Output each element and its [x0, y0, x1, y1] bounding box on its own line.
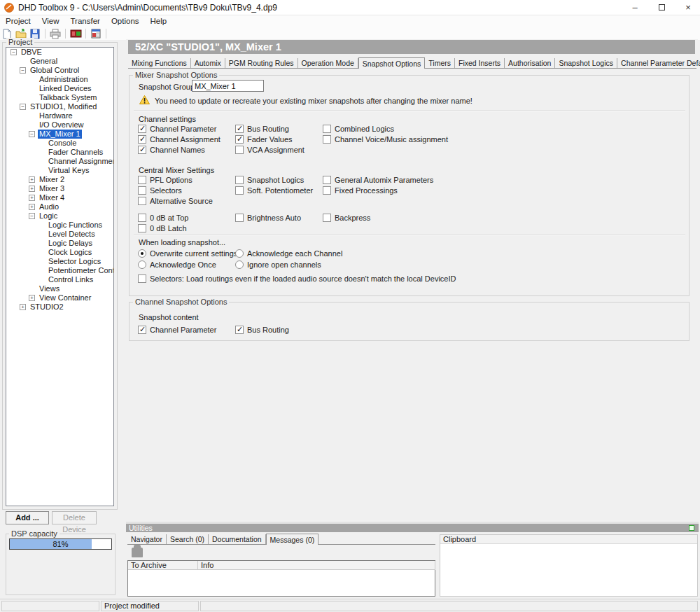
tree-item-dbve[interactable]: −DBVE [6, 48, 113, 57]
collapse-icon[interactable]: − [29, 213, 35, 219]
checkbox-checked-icon[interactable] [235, 135, 244, 144]
checkbox-icon[interactable] [235, 176, 244, 184]
checkbox-icon[interactable] [323, 186, 331, 195]
collapse-icon[interactable]: − [20, 67, 26, 74]
tree-item-label: Fader Channels [47, 148, 104, 157]
expand-icon[interactable]: + [20, 304, 26, 310]
checkbox-icon[interactable] [138, 197, 146, 205]
utilities-tab-messages-0[interactable]: Messages (0) [266, 534, 319, 545]
collapse-icon[interactable]: − [29, 131, 35, 137]
checkbox-checked-icon[interactable] [138, 326, 146, 334]
tree-item-mixer-2[interactable]: +Mixer 2 [6, 175, 113, 184]
column-header-to-archive[interactable]: To Archive [128, 561, 198, 570]
transfer-icon[interactable] [69, 28, 83, 40]
tree-item-studio1-modified[interactable]: −STUDIO1, Modified [6, 102, 113, 111]
tree-item-channel-assignment[interactable]: Channel Assignment [6, 157, 113, 166]
checkbox-checked-icon[interactable] [235, 125, 244, 133]
radio-selected-icon[interactable] [138, 249, 146, 258]
minimize-button[interactable]: – [623, 0, 647, 15]
tab-pgm-routing-rules[interactable]: PGM Routing Rules [225, 58, 298, 68]
expand-icon[interactable]: + [29, 204, 35, 210]
radio-icon[interactable] [235, 249, 244, 258]
archive-icon[interactable] [132, 548, 143, 557]
column-header-info[interactable]: Info [198, 561, 435, 570]
checkbox-checked-icon[interactable] [138, 125, 146, 133]
checkbox-icon[interactable] [323, 214, 331, 222]
menu-help[interactable]: Help [145, 15, 173, 25]
checkbox-icon[interactable] [235, 186, 244, 195]
checkbox-icon[interactable] [138, 176, 146, 184]
tree-item-mixer-3[interactable]: +Mixer 3 [6, 184, 113, 193]
tree-item-console[interactable]: Console [6, 139, 113, 148]
utilities-panel: NavigatorSearch (0)DocumentationMessages… [126, 532, 438, 599]
tab-mixing-functions[interactable]: Mixing Functions [128, 58, 191, 68]
checkbox-icon[interactable] [323, 125, 331, 133]
expand-icon[interactable]: + [29, 295, 35, 301]
checkbox-checked-icon[interactable] [138, 135, 146, 144]
checkbox-icon[interactable] [323, 176, 331, 184]
expand-icon[interactable]: + [29, 195, 35, 201]
tree-item-fader-channels[interactable]: Fader Channels [6, 148, 113, 157]
menu-transfer[interactable]: Transfer [65, 15, 106, 25]
tab-timers[interactable]: Timers [425, 58, 455, 68]
checkbox-icon[interactable] [138, 274, 146, 283]
tree-item-general[interactable]: General [6, 57, 113, 66]
tree-item-i-o-overview[interactable]: I/O Overview [6, 120, 113, 130]
expand-icon[interactable]: + [29, 176, 35, 183]
tree-item-virtual-keys[interactable]: Virtual Keys [6, 166, 113, 175]
tree-item-talkback-system[interactable]: Talkback System [6, 93, 113, 102]
menu-options[interactable]: Options [106, 15, 145, 25]
utilities-tab-documentation[interactable]: Documentation [209, 534, 266, 544]
checkbox-checked-icon[interactable] [235, 326, 244, 334]
module-icon[interactable] [89, 28, 103, 40]
tree-item-clock-logics[interactable]: Clock Logics [6, 248, 113, 257]
tree-item-level-detects[interactable]: Level Detects [6, 230, 113, 239]
tree-item-audio[interactable]: +Audio [6, 202, 113, 211]
tree-item-logic-functions[interactable]: Logic Functions [6, 221, 113, 230]
print-icon[interactable] [48, 28, 62, 40]
expand-icon[interactable]: + [29, 186, 35, 192]
tree-item-logic-delays[interactable]: Logic Delays [6, 239, 113, 248]
tree-item-logic[interactable]: −Logic [6, 211, 113, 221]
close-button[interactable]: × [676, 0, 700, 15]
tab-snapshot-logics[interactable]: Snapshot Logics [555, 58, 617, 68]
tab-operation-mode[interactable]: Operation Mode [298, 58, 358, 68]
utilities-tab-search-0[interactable]: Search (0) [167, 534, 209, 544]
tab-snapshot-options[interactable]: Snapshot Options [358, 57, 425, 69]
maximize-button[interactable] [650, 0, 673, 15]
tree-item-studio2[interactable]: +STUDIO2 [6, 302, 113, 312]
tab-authorisation[interactable]: Authorisation [505, 58, 555, 68]
add-device-button[interactable]: Add ... [6, 511, 49, 524]
checkbox-checked-icon[interactable] [138, 146, 146, 154]
radio-icon[interactable] [235, 260, 244, 269]
collapse-icon[interactable]: − [10, 49, 17, 55]
tree-item-hardware[interactable]: Hardware [6, 111, 113, 120]
tab-fixed-inserts[interactable]: Fixed Inserts [455, 58, 505, 68]
checkbox-icon[interactable] [138, 224, 146, 232]
tree-item-global-control[interactable]: −Global Control [6, 66, 113, 75]
tree-item-administration[interactable]: Administration [6, 75, 113, 84]
checkbox-icon[interactable] [138, 214, 146, 222]
collapse-icon[interactable]: − [20, 104, 26, 110]
tree-item-view-container[interactable]: +View Container [6, 293, 113, 302]
tree-item-potentiometer-control[interactable]: Potentiometer Control [6, 266, 113, 275]
snapshot-group-id-input[interactable] [192, 80, 264, 92]
tree-item-mixer-4[interactable]: +Mixer 4 [6, 193, 113, 202]
menu-project[interactable]: Project [0, 15, 36, 25]
tab-channel-parameter-defaults[interactable]: Channel Parameter Defaults [617, 58, 700, 68]
utilities-tab-navigator[interactable]: Navigator [127, 534, 167, 544]
checkbox-icon[interactable] [138, 186, 146, 195]
menu-view[interactable]: View [36, 15, 65, 25]
tree-item-linked-devices[interactable]: Linked Devices [6, 84, 113, 93]
channel-settings-title: Channel settings [139, 115, 196, 123]
tree-item-views[interactable]: Views [6, 284, 113, 293]
panel-toggle-icon[interactable] [689, 525, 694, 531]
checkbox-icon[interactable] [323, 135, 331, 144]
tree-item-mx-mixer-1[interactable]: −MX_Mixer 1 [6, 130, 113, 139]
tree-item-control-links[interactable]: Control Links [6, 275, 113, 284]
tab-automix[interactable]: Automix [191, 58, 225, 68]
radio-icon[interactable] [138, 260, 146, 269]
checkbox-icon[interactable] [235, 214, 244, 222]
tree-item-selector-logics[interactable]: Selector Logics [6, 257, 113, 266]
checkbox-icon[interactable] [235, 146, 244, 154]
